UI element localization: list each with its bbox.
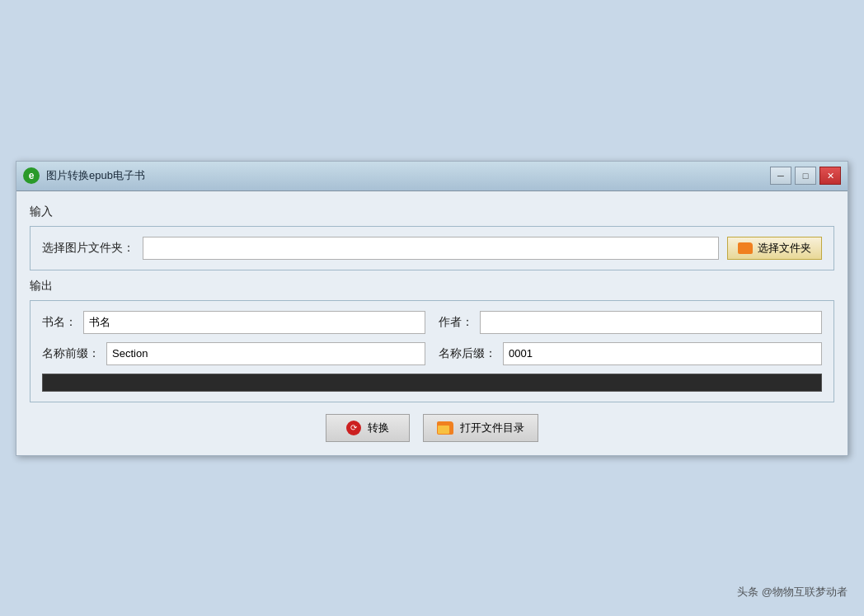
input-section-border: 选择图片文件夹： 选择文件夹 <box>30 226 834 270</box>
book-name-input[interactable] <box>83 311 425 334</box>
folder-icon-orange <box>738 242 753 254</box>
book-author-row: 书名： 作者： <box>42 311 822 334</box>
prefix-input[interactable] <box>106 342 425 365</box>
window-title: 图片转换epub电子书 <box>46 168 145 183</box>
minimize-button[interactable]: ─ <box>770 167 791 185</box>
book-name-field: 书名： <box>42 311 425 334</box>
convert-button[interactable]: ⟳ 转换 <box>326 414 410 442</box>
close-button[interactable]: ✕ <box>819 167 841 185</box>
output-section: 输出 书名： 作者： 名称前缀： <box>30 279 834 402</box>
main-window: e 图片转换epub电子书 ─ □ ✕ 输入 选择图片文件夹： 选择文件夹 <box>16 161 848 456</box>
author-label: 作者： <box>439 315 473 330</box>
convert-icon: ⟳ <box>346 421 361 435</box>
output-section-border: 书名： 作者： 名称前缀： 名称后缀： <box>30 300 834 402</box>
suffix-label: 名称后缀： <box>439 346 496 361</box>
prefix-field: 名称前缀： <box>42 342 425 365</box>
window-content: 输入 选择图片文件夹： 选择文件夹 输出 书名： <box>16 191 848 455</box>
title-bar-left: e 图片转换epub电子书 <box>23 167 145 184</box>
suffix-field: 名称后缀： <box>439 342 822 365</box>
select-folder-button[interactable]: 选择文件夹 <box>727 237 822 260</box>
maximize-button[interactable]: □ <box>795 167 816 185</box>
folder-path-input[interactable] <box>143 237 719 260</box>
output-section-label: 输出 <box>30 279 834 294</box>
action-buttons: ⟳ 转换 打开文件目录 <box>30 414 834 442</box>
progress-bar <box>42 374 822 392</box>
input-section: 输入 选择图片文件夹： 选择文件夹 <box>30 205 834 270</box>
title-bar: e 图片转换epub电子书 ─ □ ✕ <box>16 162 848 191</box>
folder-label: 选择图片文件夹： <box>42 241 134 256</box>
author-field: 作者： <box>439 311 822 334</box>
open-dir-button[interactable]: 打开文件目录 <box>423 414 538 442</box>
prefix-label: 名称前缀： <box>42 346 100 361</box>
folder-input-row: 选择图片文件夹： 选择文件夹 <box>42 237 822 260</box>
window-controls: ─ □ ✕ <box>770 167 841 185</box>
app-icon: e <box>23 167 40 184</box>
book-name-label: 书名： <box>42 315 77 330</box>
prefix-suffix-row: 名称前缀： 名称后缀： <box>42 342 822 365</box>
author-input[interactable] <box>480 311 822 334</box>
input-section-label: 输入 <box>30 205 834 219</box>
open-dir-icon <box>437 421 453 435</box>
suffix-input[interactable] <box>503 342 822 365</box>
watermark: 头条 @物物互联梦动者 <box>737 585 848 600</box>
